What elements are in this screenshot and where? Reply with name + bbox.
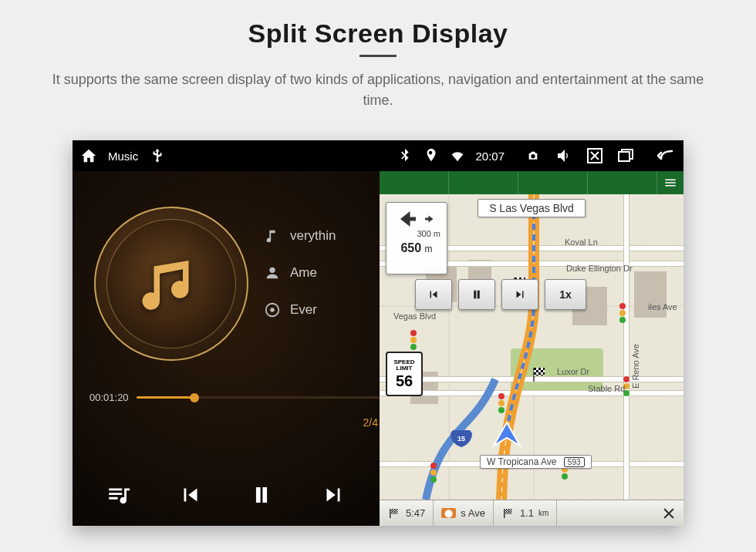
- artist-row: Ame: [264, 254, 380, 291]
- progress-bar[interactable]: 00:01:20: [89, 392, 380, 403]
- svg-point-33: [498, 393, 505, 399]
- album-art: [94, 207, 248, 361]
- person-icon: [264, 264, 281, 281]
- svg-rect-26: [534, 368, 545, 375]
- elapsed-time: 00:01:20: [89, 392, 129, 403]
- prev-track-button[interactable]: [170, 475, 211, 515]
- sim-prev-button[interactable]: [415, 279, 452, 310]
- svg-point-2: [269, 268, 275, 273]
- sim-next-button[interactable]: [501, 279, 538, 310]
- usb-icon: [149, 147, 166, 164]
- artist-name: Ame: [290, 265, 317, 281]
- next-track-button[interactable]: [313, 475, 353, 515]
- nav-top-seg[interactable]: [449, 171, 518, 194]
- svg-point-29: [410, 344, 417, 350]
- nav-top-seg[interactable]: [380, 171, 449, 194]
- traffic-icon: ⬤: [441, 508, 456, 518]
- svg-text:Luxor Dr: Luxor Dr: [557, 367, 590, 376]
- svg-rect-1: [619, 152, 629, 161]
- svg-rect-53: [391, 509, 398, 514]
- svg-point-38: [430, 476, 437, 483]
- nav-menu-icon[interactable]: [657, 171, 683, 194]
- svg-point-28: [410, 337, 417, 343]
- track-info-list: verythin Ame Ever: [264, 217, 380, 328]
- svg-point-42: [623, 376, 629, 382]
- svg-point-30: [619, 303, 626, 309]
- music-pane: verythin Ame Ever 00:01:20 2/4: [73, 171, 380, 526]
- title-underline: [359, 55, 397, 57]
- flag-icon: [501, 507, 515, 520]
- wifi-icon: [449, 147, 466, 164]
- turn-right-icon: [423, 212, 437, 226]
- flag-icon: [387, 507, 401, 520]
- svg-text:Vegas Blvd: Vegas Blvd: [393, 311, 436, 321]
- music-controls: [73, 475, 380, 515]
- sim-pause-button[interactable]: [458, 279, 495, 310]
- svg-point-37: [430, 470, 437, 476]
- svg-point-31: [619, 310, 626, 316]
- svg-rect-55: [505, 509, 511, 514]
- statusbar-app-label: Music: [108, 150, 138, 163]
- sim-speed-button[interactable]: 1x: [545, 279, 586, 310]
- turn-instruction-card: 300 m 650 m: [386, 202, 447, 274]
- bluetooth-icon: [397, 147, 413, 164]
- svg-rect-52: [390, 509, 391, 518]
- nav-top-seg[interactable]: [518, 171, 588, 194]
- statusbar-time: 20:07: [475, 150, 505, 163]
- svg-text:15: 15: [457, 435, 465, 443]
- nav-top-seg[interactable]: [588, 171, 657, 194]
- page-subtitle: It supports the same screen display of t…: [46, 69, 710, 111]
- svg-point-41: [562, 473, 568, 480]
- album-name: Ever: [290, 302, 317, 318]
- disc-icon: [264, 301, 281, 318]
- playlist-button[interactable]: [99, 475, 139, 515]
- svg-text:Duke Ellington Dr: Duke Ellington Dr: [566, 264, 633, 273]
- distance-segment[interactable]: 1.1km: [494, 500, 557, 526]
- track-counter: 2/4: [363, 416, 378, 429]
- street-segment[interactable]: ⬤ s Ave: [434, 500, 494, 526]
- svg-point-35: [498, 407, 505, 413]
- close-app-icon[interactable]: [585, 146, 605, 166]
- back-icon[interactable]: [656, 146, 676, 166]
- svg-point-32: [619, 317, 626, 323]
- svg-rect-54: [504, 509, 505, 518]
- home-icon[interactable]: [80, 147, 97, 164]
- street-label-tropicana: W Tropicana Ave 593: [480, 455, 592, 469]
- eta-segment[interactable]: 5:47: [380, 500, 434, 526]
- svg-point-34: [498, 400, 505, 406]
- screenshot-icon[interactable]: [523, 146, 543, 166]
- location-pin-icon: [423, 147, 440, 164]
- status-bar: Music 20:07: [73, 140, 683, 171]
- turn-left-icon: [397, 207, 420, 231]
- track-title: verythin: [290, 228, 336, 244]
- nav-bottom-bar: 5:47 ⬤ s Ave 1.1km: [380, 500, 683, 526]
- progress-track[interactable]: [137, 396, 380, 399]
- nav-topbar: [380, 171, 683, 194]
- music-note-icon: [137, 249, 206, 318]
- pause-button[interactable]: [241, 475, 282, 515]
- svg-text:Koval Ln: Koval Ln: [565, 237, 598, 247]
- svg-point-4: [270, 308, 275, 312]
- recent-apps-icon[interactable]: [616, 146, 636, 166]
- nav-media-controls: 1x: [415, 279, 586, 310]
- svg-text:iles Ave: iles Ave: [648, 302, 677, 311]
- svg-point-27: [410, 330, 417, 336]
- svg-text:E Reno Ave: E Reno Ave: [631, 344, 640, 389]
- volume-icon[interactable]: [554, 146, 574, 166]
- note-icon: [264, 227, 281, 244]
- speed-limit-sign: SPEED LIMIT 56: [386, 352, 423, 396]
- album-row: Ever: [264, 291, 380, 328]
- svg-text:Stable Rd: Stable Rd: [588, 384, 625, 393]
- navigation-pane: 15 Koval Ln Du: [380, 171, 683, 526]
- track-title-row: verythin: [264, 217, 380, 254]
- current-street-banner: S Las Vegas Blvd: [478, 199, 586, 217]
- page-title: Split Screen Display: [31, 19, 725, 49]
- nav-close-button[interactable]: [654, 507, 683, 520]
- svg-point-36: [430, 463, 437, 469]
- device-frame: Music 20:07: [73, 140, 683, 526]
